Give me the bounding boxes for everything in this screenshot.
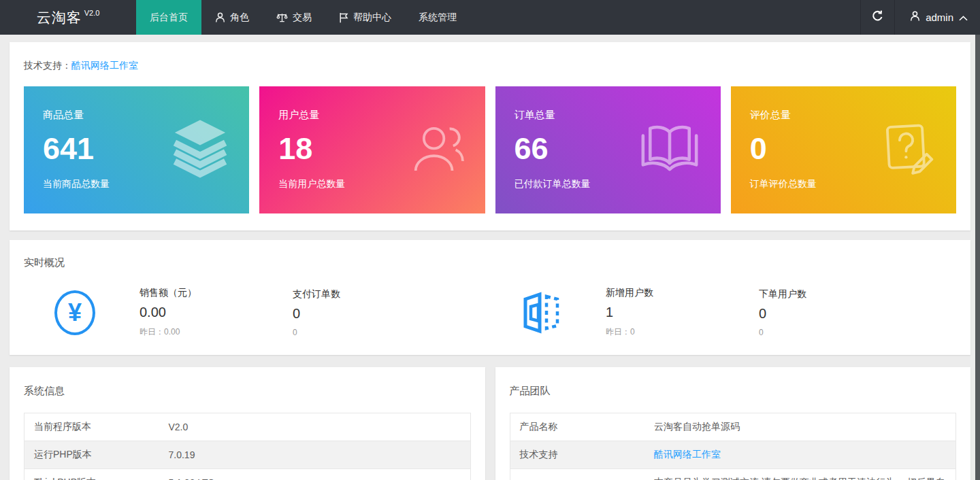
- row-label: ThinkPHP版本: [24, 469, 159, 480]
- stat-cards: 商品总量 641 当前商品总数量 用户总量 18 当前用户总数量: [24, 86, 956, 213]
- realtime-users-group: 新增用户数 1 昨日：0 下单用户数 0 0: [490, 287, 956, 338]
- table-row: 运行PHP版本 7.0.19: [24, 441, 471, 469]
- stat-card-subtitle: 已付款订单总数量: [514, 178, 702, 190]
- stat-sub: 昨日：0.00: [140, 326, 279, 338]
- stat-card-users: 用户总量 18 当前用户总数量: [259, 86, 485, 213]
- refresh-button[interactable]: [860, 0, 894, 35]
- row-label: 技术支持: [510, 441, 644, 469]
- table-row: ThinkPHP版本 5.1.38 LTS: [24, 469, 471, 480]
- user-icon: [215, 12, 225, 23]
- support-link[interactable]: 酷讯网络工作室: [71, 60, 138, 71]
- row-label: 产品说明: [510, 469, 644, 480]
- stat-label: 支付订单数: [293, 288, 432, 301]
- stat-label: 新增用户数: [606, 287, 745, 299]
- topbar-right: admin: [860, 0, 980, 35]
- users-icon: [410, 122, 466, 179]
- product-team-table: 产品名称 云淘客自动抢单源码 技术支持 酷讯网络工作室 产品说明 本产品只为学习…: [510, 413, 957, 480]
- nav-tab-trade[interactable]: 交易: [263, 0, 325, 35]
- open-book-icon: [638, 123, 702, 177]
- refresh-icon: [871, 10, 884, 25]
- nav-tab-system-label: 系统管理: [419, 12, 457, 24]
- nav-tab-home[interactable]: 后台首页: [136, 0, 201, 35]
- stat-card-subtitle: 订单评价总数量: [750, 178, 937, 190]
- username: admin: [926, 12, 953, 23]
- app-title: 云淘客: [37, 8, 82, 27]
- nav-tab-help-label: 帮助中心: [353, 12, 391, 24]
- top-navbar: 云淘客 V2.0 后台首页 角色 交易: [0, 0, 980, 35]
- main-content: 技术支持：酷讯网络工作室 商品总量 641 当前商品总数量 用户总量: [0, 35, 980, 480]
- bottom-row: 系统信息 当前程序版本 V2.0 运行PHP版本 7.0.19 ThinkPHP…: [10, 367, 970, 480]
- flag-icon: [339, 12, 348, 23]
- stat-card-orders: 订单总量 66 已付款订单总数量: [495, 86, 721, 213]
- stat-ordering-users: 下单用户数 0 0: [745, 288, 898, 337]
- user-icon: [910, 11, 920, 24]
- stat-card-reviews: 评价总量 0 订单评价总数量: [731, 86, 956, 213]
- row-label: 当前程序版本: [24, 413, 159, 441]
- app-logo[interactable]: 云淘客 V2.0: [0, 0, 136, 35]
- tech-support-link[interactable]: 酷讯网络工作室: [654, 449, 721, 460]
- stat-label: 销售额（元）: [140, 287, 279, 299]
- table-row: 产品说明 本产品只为学习测试交流,请勿要做商业或者用于违法行为,一切后果自负: [510, 469, 956, 480]
- yen-circle-icon: ¥: [24, 290, 126, 335]
- nav-tab-system[interactable]: 系统管理: [405, 0, 470, 35]
- table-row: 技术支持 酷讯网络工作室: [510, 441, 956, 469]
- stat-new-users: 新增用户数 1 昨日：0: [592, 287, 745, 338]
- nav-tab-trade-label: 交易: [293, 12, 312, 24]
- stat-card-title: 评价总量: [750, 109, 937, 122]
- scales-icon: [276, 12, 288, 23]
- stat-paid-orders: 支付订单数 0 0: [279, 288, 432, 337]
- row-value: 云淘客自动抢单源码: [644, 413, 956, 441]
- system-info-title: 系统信息: [24, 385, 471, 398]
- row-label: 运行PHP版本: [24, 441, 159, 469]
- user-menu[interactable]: admin: [894, 0, 980, 35]
- nav-tab-roles[interactable]: 角色: [201, 0, 263, 35]
- stat-value: 0.00: [140, 305, 279, 320]
- stat-value: 0: [759, 306, 898, 322]
- nav-tab-help[interactable]: 帮助中心: [325, 0, 405, 35]
- door-open-icon: [490, 290, 592, 335]
- product-team-title: 产品团队: [510, 385, 957, 398]
- support-label: 技术支持：: [24, 60, 71, 71]
- system-info-table: 当前程序版本 V2.0 运行PHP版本 7.0.19 ThinkPHP版本 5.…: [24, 413, 471, 480]
- layers-icon: [170, 120, 230, 181]
- stat-card-title: 订单总量: [514, 109, 702, 122]
- caret-up-icon: [959, 12, 968, 23]
- main-nav: 后台首页 角色 交易: [136, 0, 470, 35]
- realtime-row: ¥ 销售额（元） 0.00 昨日：0.00 支付订单数 0 0: [24, 287, 956, 338]
- table-row: 产品名称 云淘客自动抢单源码: [510, 413, 956, 441]
- stat-sub: 0: [759, 328, 898, 337]
- stat-sales: 销售额（元） 0.00 昨日：0.00: [126, 287, 279, 338]
- realtime-sales-group: ¥ 销售额（元） 0.00 昨日：0.00 支付订单数 0 0: [24, 287, 490, 338]
- stat-sub: 0: [293, 328, 432, 337]
- stat-value: 0: [293, 306, 432, 322]
- row-value: 本产品只为学习测试交流,请勿要做商业或者用于违法行为,一切后果自负: [644, 469, 956, 480]
- stat-label: 下单用户数: [759, 288, 898, 301]
- row-value-cell: 酷讯网络工作室: [644, 441, 956, 469]
- realtime-panel: 实时概况 ¥ 销售额（元） 0.00 昨日：0.00 支付订单数 0 0: [10, 240, 970, 355]
- system-info-panel: 系统信息 当前程序版本 V2.0 运行PHP版本 7.0.19 ThinkPHP…: [10, 367, 485, 480]
- row-value: 5.1.38 LTS: [159, 469, 471, 480]
- support-line: 技术支持：酷讯网络工作室: [24, 60, 956, 72]
- vertical-scrollbar[interactable]: [975, 35, 980, 480]
- review-pencil-icon: [881, 121, 937, 179]
- product-team-panel: 产品团队 产品名称 云淘客自动抢单源码 技术支持 酷讯网络工作室 产品说明 本产…: [495, 367, 971, 480]
- stat-value: 1: [606, 305, 745, 320]
- row-value: 7.0.19: [159, 441, 471, 469]
- nav-tab-roles-label: 角色: [230, 12, 249, 24]
- stat-card-products: 商品总量 641 当前商品总数量: [24, 86, 249, 213]
- table-row: 当前程序版本 V2.0: [24, 413, 471, 441]
- row-value: V2.0: [159, 413, 471, 441]
- stat-sub: 昨日：0: [606, 326, 745, 338]
- row-label: 产品名称: [510, 413, 644, 441]
- nav-tab-home-label: 后台首页: [150, 12, 188, 24]
- overview-panel: 技术支持：酷讯网络工作室 商品总量 641 当前商品总数量 用户总量: [10, 42, 970, 230]
- stat-card-title: 用户总量: [278, 109, 466, 122]
- realtime-title: 实时概况: [24, 256, 956, 269]
- stat-card-subtitle: 当前用户总数量: [278, 178, 466, 190]
- app-version: V2.0: [84, 9, 100, 17]
